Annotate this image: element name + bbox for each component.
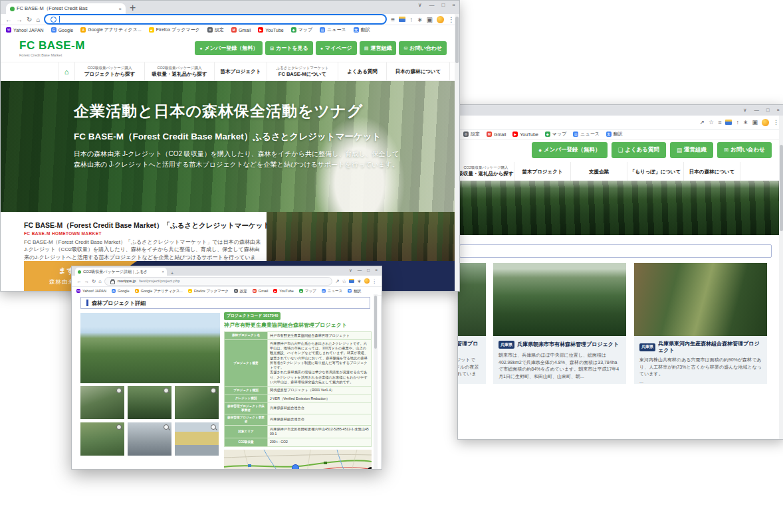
share-icon[interactable]: ↗ [700, 119, 705, 126]
chevron-down-icon[interactable]: ∨ [349, 268, 352, 273]
browser-window-popup[interactable]: CO2吸収量パッケージ詳細｜ふるさ × + ∨ — □ × ← → ↻ ⌂ mo… [71, 266, 382, 470]
gallery-thumbnail[interactable] [175, 422, 219, 456]
menu-dots-icon[interactable]: ⋮ [773, 119, 779, 126]
project-card[interactable]: 兵庫県兵庫県朝来市市有林森林管理プロジェクト 朝来市は、兵庫県のほぼ中央部に位置… [493, 263, 626, 384]
reload-icon[interactable]: ↻ [27, 16, 32, 23]
scrollbar-thumb[interactable] [455, 17, 459, 63]
bookmark-item[interactable]: 文翻訳 [348, 289, 361, 294]
upload-icon[interactable]: ↑ [736, 119, 739, 126]
location-map[interactable]: › [224, 450, 372, 469]
panel-icon[interactable]: ▣ [427, 16, 433, 23]
nav-item-package[interactable]: CO2吸収量パッケージ購入吸収量・返礼品から探す [458, 162, 514, 181]
title-bar[interactable]: ∨ — □ × [458, 105, 783, 116]
bookmark-item[interactable]: 文翻訳 [354, 27, 370, 33]
organization-button[interactable]: ▤運営組織 [360, 41, 397, 55]
star-icon[interactable]: ☆ [709, 119, 714, 126]
bookmark-item[interactable]: ⚙設定 [207, 27, 224, 33]
close-icon[interactable]: × [452, 2, 455, 8]
menu-dots-icon[interactable]: ⋮ [372, 278, 378, 284]
bookmark-item[interactable]: ◆マップ [545, 131, 567, 137]
nav-item-faq[interactable]: よくある質問 [338, 62, 387, 80]
bookmark-item[interactable]: ⚙設定 [234, 289, 247, 294]
member-register-button[interactable]: ●メンバー登録（無料） [532, 142, 608, 158]
title-bar[interactable]: CO2吸収量パッケージ詳細｜ふるさ × + ∨ — □ × [72, 266, 382, 276]
bookmark-item[interactable]: AGoogle アナリティクス... [135, 289, 183, 294]
forward-icon[interactable]: → [16, 16, 23, 23]
bookmark-item[interactable]: Y!Yahoo! JAPAN [6, 27, 44, 33]
reload-icon[interactable]: ↻ [92, 278, 96, 284]
faq-button[interactable]: ❏よくある質問 [612, 142, 666, 158]
nav-item-search-by-amount[interactable]: CO2吸収量パッケージ購入吸収量・返礼品から探す [145, 62, 215, 80]
star-icon[interactable]: ☆ [342, 278, 346, 284]
bookmark-item[interactable]: ◆マップ [299, 289, 316, 294]
nav-item-seedling[interactable]: 苗木プロジェクト [514, 162, 571, 181]
project-card[interactable]: 兵庫県神戸市有野更生農業協同組合森林管理プロジェクト 兵庫県神戸市の六甲山系から… [458, 263, 486, 384]
scrollbar[interactable] [779, 116, 783, 439]
bookmark-item[interactable]: ▶YouTube [273, 289, 294, 293]
upload-icon[interactable]: ↑ [409, 16, 413, 23]
gallery-thumbnail[interactable] [128, 422, 171, 456]
maximize-icon[interactable]: □ [441, 2, 445, 8]
forward-icon[interactable]: → [84, 278, 90, 284]
menu-dots-icon[interactable]: ⋮ [448, 16, 455, 23]
extension-icon[interactable]: ∗ [743, 119, 748, 126]
minimize-icon[interactable]: — [754, 107, 760, 113]
nav-item-supporters[interactable]: 支援企業 [571, 162, 627, 181]
gallery-thumbnail[interactable] [128, 386, 171, 419]
bookmark-item[interactable]: ▤ニュース [320, 27, 346, 33]
site-logo[interactable]: FC BASE-M Forest Credit Base Market [19, 39, 85, 57]
contact-button[interactable]: ✉お問い合わせ [399, 41, 447, 55]
scrollbar-thumb[interactable] [374, 296, 377, 349]
printer-icon[interactable] [349, 279, 354, 283]
browser-tab[interactable]: CO2吸収量パッケージ詳細｜ふるさ × [75, 268, 167, 276]
project-main-photo[interactable] [80, 313, 220, 383]
nav-item-forests[interactable]: 日本の森林について [387, 62, 450, 80]
new-tab-button[interactable]: + [130, 2, 136, 14]
minimize-icon[interactable]: — [358, 268, 362, 273]
nav-home-icon[interactable]: ⌂ [58, 62, 75, 80]
minimize-icon[interactable]: — [429, 2, 434, 8]
bookmark-item[interactable]: MGmail [231, 27, 251, 33]
bookmark-item[interactable]: Y!Yahoo! JAPAN [76, 289, 106, 293]
maximize-icon[interactable]: □ [766, 107, 770, 113]
panel-icon[interactable]: ▣ [752, 119, 758, 126]
nav-item-morippo[interactable]: 「もりっぽ」について [627, 162, 684, 181]
title-bar[interactable]: FC BASE-M（Forest Credit Bas × + ∨ — □ × [1, 1, 459, 14]
new-tab-button[interactable]: + [171, 271, 173, 276]
profile-avatar[interactable] [437, 16, 444, 23]
chevron-down-icon[interactable]: ∨ [418, 2, 422, 8]
back-icon[interactable]: ← [76, 278, 82, 284]
tab-close-icon[interactable]: × [162, 270, 164, 274]
close-icon[interactable]: × [375, 268, 378, 273]
browser-tab[interactable]: FC BASE-M（Forest Credit Bas × [6, 3, 126, 14]
address-bar[interactable] [44, 14, 387, 25]
cart-button[interactable]: ⊞カートを見る [265, 41, 313, 55]
bookmark-item[interactable]: ▰Firefox ブックマーク [149, 27, 200, 33]
gallery-thumbnail[interactable] [80, 422, 124, 456]
bookmark-item[interactable]: ◆マップ [291, 27, 313, 33]
nav-item-seedling[interactable]: 苗木プロジェクト [215, 62, 267, 80]
contact-button[interactable]: ✉お問い合わせ [717, 142, 772, 158]
profile-avatar[interactable] [762, 119, 769, 126]
close-icon[interactable]: × [777, 107, 780, 113]
scrollbar[interactable] [455, 14, 459, 291]
bookmark-item[interactable]: ▤ニュース [573, 131, 600, 137]
nav-item-about[interactable]: ふるさとクレジットマーケットFC BASE-Mについて [267, 62, 338, 80]
home-icon[interactable]: ⌂ [36, 16, 40, 23]
bookmark-item[interactable]: MGmail [253, 289, 268, 293]
gallery-thumbnail[interactable] [80, 386, 124, 419]
gallery-thumbnail[interactable] [175, 386, 219, 419]
chevron-down-icon[interactable]: ∨ [743, 107, 747, 113]
extension-icon[interactable]: ∗ [357, 278, 361, 284]
back-icon[interactable]: ← [5, 16, 12, 23]
bookmark-item[interactable]: MGmail [487, 132, 506, 137]
bookmark-item[interactable]: AGoogle アナリティクス... [80, 27, 142, 33]
eq-icon[interactable]: ≡ [718, 119, 721, 126]
bookmark-item[interactable]: ▰Firefox ブックマーク [188, 289, 229, 294]
share-icon[interactable]: ↗ [335, 278, 339, 284]
bookmark-item[interactable]: ▶YouTube [512, 132, 538, 137]
scrollbar[interactable] [374, 294, 378, 469]
nav-item-forests[interactable]: 日本の森林について [684, 162, 740, 181]
browser-window-main[interactable]: FC BASE-M（Forest Credit Bas × + ∨ — □ × … [0, 0, 460, 292]
bookmark-item[interactable]: 文翻訳 [606, 131, 623, 137]
